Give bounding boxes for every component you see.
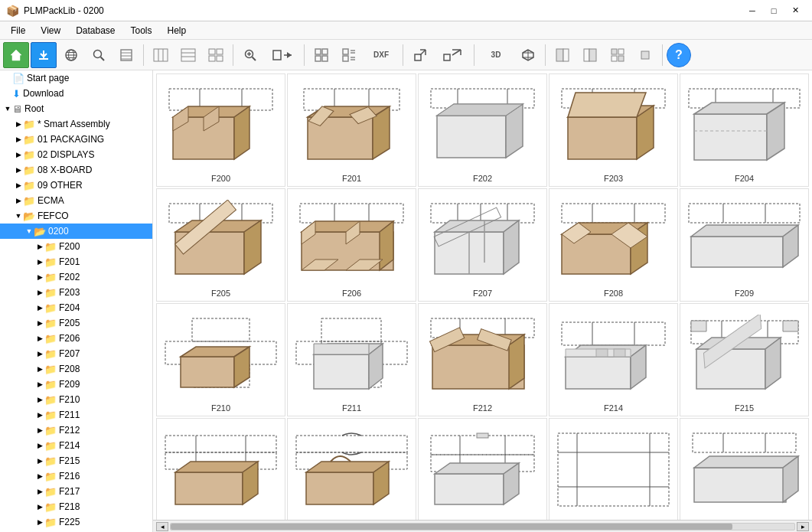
list-view-button[interactable]	[336, 42, 362, 68]
sidebar-item-ecma[interactable]: ▶ 📁 ECMA	[0, 193, 152, 208]
menu-view[interactable]: View	[33, 21, 68, 39]
iso-view-button[interactable]	[632, 42, 658, 68]
grid-cell-f202[interactable]: F202	[418, 73, 547, 187]
sidebar-item-f205[interactable]: ▶ 📁 F205	[0, 315, 152, 331]
grid-cell-f211[interactable]: F211	[287, 303, 416, 416]
svg-marker-140	[691, 225, 798, 237]
dxf-button[interactable]: DXF	[364, 42, 399, 68]
download-button[interactable]	[31, 42, 57, 68]
close-button[interactable]: ✕	[784, 3, 806, 18]
sidebar-item-start-page[interactable]: 📄 Start page	[0, 70, 152, 86]
globe-button[interactable]	[58, 42, 84, 68]
minimize-button[interactable]: ─	[742, 3, 763, 18]
sidebar-item-download[interactable]: ⬇ Download	[0, 86, 152, 101]
help-button[interactable]: ?	[667, 43, 691, 67]
split-view-button[interactable]	[605, 42, 631, 68]
sidebar-item-f211[interactable]: ▶ 📁 F211	[0, 407, 152, 423]
grid-cell-f200[interactable]: F200	[156, 73, 285, 187]
sidebar-item-f215[interactable]: ▶ 📁 F215	[0, 453, 152, 468]
grid-cell-f226[interactable]: F226	[680, 418, 809, 520]
sidebar-item-08-xboard[interactable]: ▶ 📁 08 X-BOARD	[0, 162, 152, 178]
menu-tools[interactable]: Tools	[123, 21, 160, 39]
3d-view-button[interactable]	[515, 42, 541, 68]
export2-button[interactable]	[435, 42, 470, 68]
grid-cell-f203[interactable]: F203	[549, 73, 678, 187]
sidebar-item-01-packaging[interactable]: ▶ 📁 01 PACKAGING	[0, 132, 152, 147]
sidebar-item-f207[interactable]: ▶ 📁 F207	[0, 346, 152, 361]
grid-cell-f205[interactable]: F205	[156, 188, 285, 302]
svg-rect-174	[614, 349, 625, 357]
svg-marker-211	[694, 456, 798, 468]
sidebar-item-f218[interactable]: ▶ 📁 F218	[0, 499, 152, 514]
svg-rect-16	[154, 49, 168, 61]
menu-help[interactable]: Help	[160, 21, 194, 39]
expander-f205: ▶	[35, 319, 44, 327]
sidebar-item-smart-assembly[interactable]: ▶ 📁 * Smart Assembly	[0, 116, 152, 132]
grid-cell-f218[interactable]: F218	[418, 418, 547, 520]
sidebar-item-f225[interactable]: ▶ 📁 F225	[0, 514, 152, 530]
sidebar-item-f201[interactable]: ▶ 📁 F201	[0, 254, 152, 269]
grid-cell-f216[interactable]: F216	[156, 418, 285, 520]
svg-rect-58	[589, 49, 596, 61]
grid-cell-f214[interactable]: F214	[549, 303, 678, 416]
menu-file[interactable]: File	[3, 21, 33, 39]
grid-cell-f209[interactable]: F209	[680, 188, 809, 302]
sidebar-item-f200[interactable]: ▶ 📁 F200	[0, 239, 152, 254]
sidebar-scroll[interactable]: 📄 Start page ⬇ Download ▼ 🖥 Root ▶ 📁 * S…	[0, 70, 152, 532]
maximize-button[interactable]: □	[763, 3, 784, 18]
grid-cell-f207[interactable]: F207	[418, 188, 547, 302]
grid-view-button[interactable]	[308, 42, 334, 68]
horizontal-scrollbar[interactable]: ◂ ▸	[153, 520, 812, 532]
sidebar-item-f212[interactable]: ▶ 📁 F212	[0, 423, 152, 438]
filter-button[interactable]	[113, 42, 139, 68]
sidebar-item-f209[interactable]: ▶ 📁 F209	[0, 377, 152, 392]
svg-point-10	[94, 50, 102, 57]
scroll-right-button[interactable]: ▸	[797, 522, 809, 531]
3d-button[interactable]: 3D	[478, 42, 514, 68]
sidebar-item-02-displays[interactable]: ▶ 📁 02 DISPLAYS	[0, 147, 152, 162]
sidebar-item-0200[interactable]: ▼ 📂 0200	[0, 224, 152, 239]
sidebar-item-f208[interactable]: ▶ 📁 F208	[0, 361, 152, 377]
sidebar-item-f202[interactable]: ▶ 📁 F202	[0, 269, 152, 285]
svg-rect-23	[217, 49, 223, 54]
sidebar-item-f210[interactable]: ▶ 📁 F210	[0, 392, 152, 407]
folder-icon-f217: 📁	[44, 486, 57, 498]
grid-cell-f215[interactable]: F215	[680, 303, 809, 416]
front-view-button[interactable]	[549, 42, 576, 68]
grid-image-f212	[422, 307, 543, 402]
menu-database[interactable]: Database	[68, 21, 122, 39]
sidebar-item-f216[interactable]: ▶ 📁 F216	[0, 468, 152, 484]
sidebar-item-f204[interactable]: ▶ 📁 F204	[0, 300, 152, 315]
svg-rect-35	[315, 56, 321, 61]
sidebar-item-09-other[interactable]: ▶ 📁 09 OTHER	[0, 178, 152, 193]
sidebar-item-f214[interactable]: ▶ 📁 F214	[0, 438, 152, 453]
sidebar-item-f206[interactable]: ▶ 📁 F206	[0, 331, 152, 346]
grid-cell-f217[interactable]: F217	[287, 418, 416, 520]
zoom-fit-button[interactable]	[265, 42, 300, 68]
folder-icon-f203: 📁	[44, 287, 57, 299]
layout2-button[interactable]	[175, 42, 201, 68]
sidebar-item-f217[interactable]: ▶ 📁 F217	[0, 484, 152, 499]
sidebar-label-start-page: Start page	[27, 73, 69, 83]
search-button[interactable]	[86, 42, 112, 68]
zoom-in-button[interactable]	[237, 42, 263, 68]
sidebar-item-fefco[interactable]: ▼ 📂 FEFCO	[0, 208, 152, 224]
grid-cell-f201[interactable]: F201	[287, 73, 416, 187]
grid-cell-f208[interactable]: F208	[549, 188, 678, 302]
grid-cell-f212[interactable]: F212	[418, 303, 547, 416]
scroll-left-button[interactable]: ◂	[156, 522, 168, 531]
sidebar-item-root[interactable]: ▼ 🖥 Root	[0, 101, 152, 116]
side-view-button[interactable]	[577, 42, 603, 68]
grid-cell-f204[interactable]: F204	[680, 73, 809, 187]
home-button[interactable]	[3, 42, 29, 68]
grid-cell-f210[interactable]: F210	[156, 303, 285, 416]
grid-container[interactable]: F200	[153, 70, 812, 520]
folder-icon-f211: 📁	[44, 410, 57, 421]
grid-cell-f206[interactable]: F206	[287, 188, 416, 302]
page-icon: 📄	[12, 73, 24, 84]
sidebar-item-f203[interactable]: ▶ 📁 F203	[0, 285, 152, 300]
layout1-button[interactable]	[148, 42, 174, 68]
layout3-button[interactable]	[203, 42, 229, 68]
export1-button[interactable]	[407, 42, 433, 68]
grid-cell-f225[interactable]: F225	[549, 418, 678, 520]
